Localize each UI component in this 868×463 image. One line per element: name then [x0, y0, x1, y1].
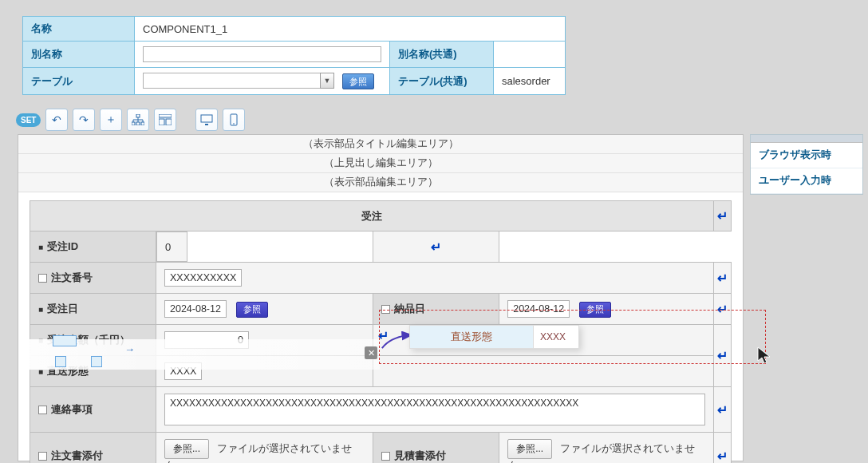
drag-field-value: XXXX	[534, 326, 578, 348]
cursor-icon	[756, 346, 774, 365]
order-id-value: 0	[156, 232, 187, 262]
order-no-value[interactable]: XXXXXXXXXX	[164, 269, 242, 287]
delivery-date-label[interactable]: 納品日	[373, 294, 499, 325]
right-panel-item-browser-display[interactable]: ブラウザ表示時	[751, 143, 862, 168]
set-badge[interactable]: SET	[16, 113, 41, 127]
redo-button[interactable]: ↷	[73, 109, 95, 131]
desktop-icon	[200, 114, 213, 125]
right-panel: ブラウザ表示時 ユーザー入力時	[750, 134, 863, 195]
order-no-label[interactable]: 注文番号	[30, 263, 156, 294]
header-alias-common-label: 別名称(共通)	[390, 42, 494, 68]
order-date-label[interactable]: ■受注日	[30, 294, 156, 325]
header-alias-common-value	[494, 42, 566, 68]
close-icon[interactable]: ✕	[365, 346, 377, 359]
return-marker[interactable]: ↵	[378, 329, 389, 342]
layout-button[interactable]	[154, 109, 176, 131]
editor-header-component[interactable]: （表示部品編集エリア）	[18, 173, 743, 192]
svg-rect-9	[159, 114, 172, 117]
svg-rect-0	[136, 114, 140, 117]
return-marker[interactable]: ↵	[714, 387, 732, 433]
form-table: 受注 ↵ ■受注ID 0 ↵ 注文番号 XXXXXXXXXX ↵ ■受注日 20…	[30, 200, 732, 463]
undo-button[interactable]: ↶	[45, 109, 68, 131]
amount-value[interactable]: 0	[164, 331, 249, 349]
header-alias-input[interactable]	[143, 46, 381, 62]
return-marker[interactable]: ↵	[714, 201, 732, 232]
return-marker[interactable]: ↵	[714, 294, 732, 325]
layout-icon	[159, 114, 172, 125]
return-marker[interactable]: ↵	[714, 433, 732, 464]
svg-rect-10	[159, 119, 164, 125]
quote-attach-label[interactable]: 見積書添付	[373, 433, 499, 464]
header-table-input[interactable]	[143, 73, 321, 89]
add-button[interactable]: ＋	[100, 109, 122, 131]
direct-value[interactable]: XXXX	[164, 362, 202, 380]
toolbar: SET ↶ ↷ ＋	[16, 109, 245, 131]
header-table-common-value: salesorder	[494, 68, 566, 95]
dropdown-icon[interactable]: ▼	[320, 73, 334, 89]
redo-icon: ↷	[79, 113, 89, 126]
contact-label[interactable]: 連絡事項	[30, 387, 156, 433]
right-panel-header	[751, 135, 862, 143]
svg-point-15	[234, 123, 235, 125]
editor-header-upper[interactable]: （上見出し編集エリア）	[18, 154, 743, 173]
return-marker[interactable]: ↵	[714, 263, 732, 294]
drag-preview-card: 直送形態 XXXX	[409, 325, 579, 349]
desktop-button[interactable]	[195, 109, 218, 131]
plus-icon: ＋	[105, 113, 116, 127]
order-attach-label[interactable]: 注文書添付	[30, 433, 156, 464]
svg-rect-2	[136, 122, 140, 125]
right-panel-item-user-input[interactable]: ユーザー入力時	[751, 168, 862, 194]
tree-button[interactable]	[127, 109, 149, 131]
tree-icon	[132, 114, 144, 125]
header-alias-label: 別名称	[23, 42, 135, 68]
svg-rect-12	[201, 115, 212, 122]
quote-attach-browse-button[interactable]: 参照...	[507, 439, 552, 459]
svg-rect-11	[166, 119, 172, 125]
header-name-value: COMPONENT1_1	[135, 17, 566, 42]
editor-panel: （表示部品タイトル編集エリア） （上見出し編集エリア） （表示部品編集エリア） …	[18, 134, 744, 461]
form-title: 受注	[30, 201, 714, 232]
header-table-common-label: テーブル(共通)	[390, 68, 494, 95]
header-name-label: 名称	[23, 17, 135, 42]
order-date-ref-button[interactable]: 参照	[236, 302, 268, 318]
header-table-ref-button[interactable]: 参照	[342, 73, 374, 89]
direct-label[interactable]: ■直送形態	[30, 356, 156, 387]
header-properties-table: 名称 COMPONENT1_1 別名称 別名称(共通) テーブル ▼ 参照 テー…	[22, 16, 566, 95]
delivery-date-ref-button[interactable]: 参照	[579, 302, 611, 318]
return-marker[interactable]: ↵	[714, 325, 732, 387]
delivery-date-value[interactable]: 2024-08-12	[507, 300, 570, 318]
amount-label[interactable]: ■受注金額（千円）	[30, 325, 156, 356]
mobile-button[interactable]	[223, 109, 245, 131]
mobile-icon	[230, 113, 238, 126]
order-attach-browse-button[interactable]: 参照...	[164, 439, 209, 459]
undo-icon: ↶	[52, 113, 61, 126]
return-marker[interactable]: ↵	[373, 232, 499, 263]
editor-header-title-area[interactable]: （表示部品タイトル編集エリア）	[18, 135, 743, 154]
drag-field-label: 直送形態	[410, 326, 534, 348]
svg-rect-3	[141, 122, 144, 125]
order-date-value[interactable]: 2024-08-12	[164, 300, 227, 318]
order-id-label[interactable]: ■受注ID	[30, 232, 156, 263]
header-table-label: テーブル	[23, 68, 135, 95]
contact-textarea[interactable]: XXXXXXXXXXXXXXXXXXXXXXXXXXXXXXXXXXXXXXXX…	[164, 394, 705, 425]
svg-rect-1	[132, 122, 135, 125]
